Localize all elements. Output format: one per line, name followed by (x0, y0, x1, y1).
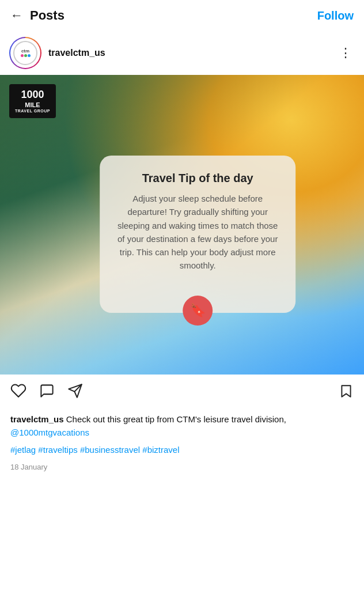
page-title: Posts (30, 8, 65, 23)
svg-marker-2 (342, 385, 350, 397)
badge-mile: MILE (25, 101, 40, 108)
caption-body: Check out this great tip from CTM's leis… (64, 414, 286, 424)
dot-pink (21, 54, 24, 57)
header-left: ← Posts (10, 8, 65, 23)
hashtags[interactable]: #jetlag #traveltips #businesstravel #biz… (10, 445, 354, 455)
caption-text: travelctm_us Check out this great tip fr… (10, 413, 354, 439)
brand-badge: 1000 MILE TRAVEL GROUP (9, 84, 56, 118)
caption-username[interactable]: travelctm_us (10, 414, 64, 424)
caption-area: travelctm_us Check out this great tip fr… (0, 411, 364, 458)
tip-title: Travel Tip of the day (117, 172, 278, 185)
dot-green (24, 54, 27, 57)
badge-sub: TRAVEL GROUP (15, 109, 50, 114)
profile-row: ctm travelctm_us ⋮ (0, 31, 364, 75)
back-button[interactable]: ← (10, 8, 23, 23)
like-button[interactable] (10, 383, 26, 403)
more-options-button[interactable]: ⋮ (337, 46, 355, 60)
profile-username[interactable]: travelctm_us (48, 48, 105, 58)
ctm-logo: ctm (13, 41, 37, 65)
action-bar (0, 375, 364, 411)
bookmark-icon: 🔖 (190, 303, 206, 318)
bookmark-button[interactable]: 🔖 (183, 296, 213, 326)
save-button[interactable] (339, 384, 354, 402)
dot-blue (28, 54, 31, 57)
post-date: 18 January (0, 463, 364, 471)
share-button[interactable] (67, 383, 83, 403)
action-left (10, 383, 83, 403)
mention-link[interactable]: @1000mtgvacations (10, 428, 89, 437)
badge-number: 1000 (15, 89, 50, 101)
tip-body: Adjust your sleep schedule before depart… (117, 192, 278, 273)
beach-background: 1000 MILE TRAVEL GROUP Travel Tip of the… (0, 75, 364, 375)
profile-left: ctm travelctm_us (9, 37, 105, 69)
avatar: ctm (12, 39, 39, 67)
header: ← Posts Follow (0, 0, 364, 31)
follow-button[interactable]: Follow (317, 9, 354, 22)
tip-card: Travel Tip of the day Adjust your sleep … (100, 156, 295, 312)
avatar-ring[interactable]: ctm (9, 37, 41, 69)
post-image: 1000 MILE TRAVEL GROUP Travel Tip of the… (0, 75, 364, 375)
comment-button[interactable] (39, 383, 55, 403)
